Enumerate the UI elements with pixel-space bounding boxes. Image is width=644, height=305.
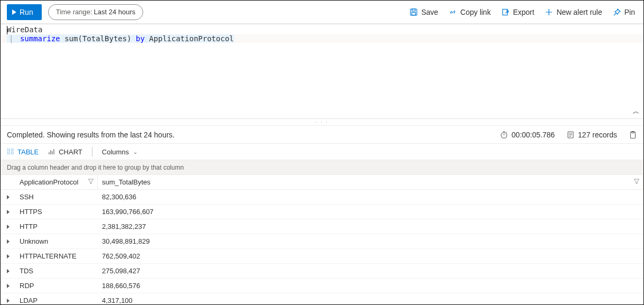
query-editor-wrap: WireData | summarize sum(TotalBytes) by … [1,24,643,119]
header-col-sum-total-bytes[interactable]: sum_TotalBytes [98,175,643,189]
chart-icon [48,148,55,155]
chevron-down-icon: ⌄ [133,149,137,155]
columns-label: Columns [102,148,129,156]
header-col-application-protocol[interactable]: ApplicationProtocol [15,175,98,189]
tab-chart-label: CHART [59,148,82,156]
table-row[interactable]: LDAP4,317,100 [1,293,643,304]
table-icon [7,148,14,155]
cell-sum-total-bytes: 762,509,402 [98,252,643,260]
export-button[interactable]: Export [499,8,536,16]
expand-row-icon[interactable] [1,210,15,214]
svg-rect-2 [412,12,416,15]
run-label: Run [20,8,33,16]
cell-sum-total-bytes: 30,498,891,829 [98,237,643,245]
keyword-by: by [136,34,145,43]
run-button[interactable]: Run [7,4,42,20]
cell-sum-total-bytes: 2,381,382,237 [98,223,643,230]
header-expand [1,175,15,189]
new-alert-button[interactable]: New alert rule [543,8,604,16]
pin-icon [613,8,621,16]
save-label: Save [421,8,438,16]
gutter [1,25,7,34]
cell-application-protocol: HTTPALTERNATE [15,252,98,260]
splitter-handle[interactable]: · · · [1,119,643,125]
status-bar: Completed. Showing results from the last… [1,125,643,143]
pin-label: Pin [624,8,635,16]
time-range-picker[interactable]: Time range: Last 24 hours [48,4,144,20]
expand-row-icon[interactable] [1,254,15,258]
copy-link-button[interactable]: Copy link [446,8,493,16]
expand-row-icon[interactable] [1,225,15,229]
gutter [1,34,7,43]
result-tabs: TABLE CHART Columns ⌄ [1,143,643,160]
duration-group: 00:00:05.786 [500,131,555,139]
toolbar: Run Time range: Last 24 hours Save Copy … [1,1,643,24]
time-range-value: Last 24 hours [94,8,136,16]
status-text: Completed. Showing results from the last… [7,131,175,139]
columns-picker[interactable]: Columns ⌄ [102,148,137,156]
header-label: ApplicationProtocol [20,178,78,186]
expand-row-icon[interactable] [1,269,15,273]
link-icon [449,8,457,16]
export-label: Export [513,8,534,16]
export-icon [501,8,510,16]
cell-application-protocol: SSH [15,193,98,201]
tab-chart[interactable]: CHART [48,148,82,156]
cell-sum-total-bytes: 4,317,100 [98,297,643,304]
results-grid: ApplicationProtocol sum_TotalBytes SSH82… [1,175,643,304]
save-button[interactable]: Save [407,8,440,16]
cell-sum-total-bytes: 163,990,766,607 [98,208,643,216]
editor-line-1: WireData [1,25,643,34]
cell-sum-total-bytes: 188,660,576 [98,282,643,290]
table-row[interactable]: HTTPALTERNATE762,509,402 [1,249,643,264]
save-icon [409,8,418,16]
time-range-label: Time range: [56,8,92,16]
grid-header: ApplicationProtocol sum_TotalBytes [1,175,643,190]
grid-body: SSH82,300,636HTTPS163,990,766,607HTTP2,3… [1,190,643,304]
svg-rect-1 [412,9,415,11]
table-row[interactable]: TDS275,098,427 [1,264,643,279]
fn-sum: sum(TotalBytes) [64,34,131,43]
table-row[interactable]: RDP188,660,576 [1,279,643,293]
duration-value: 00:00:05.786 [511,131,555,139]
code-token: WireData [7,25,42,34]
cell-application-protocol: HTTP [15,223,98,230]
play-icon [12,10,16,15]
copy-link-label: Copy link [460,8,491,16]
divider [92,147,92,156]
editor-line-2: | summarize sum(TotalBytes) by Applicati… [1,34,643,43]
cell-sum-total-bytes: 82,300,636 [98,193,643,201]
records-value: 127 records [578,131,617,139]
tab-table-label: TABLE [17,148,39,156]
pipe-token: | [7,34,15,43]
cell-application-protocol: HTTPS [15,208,98,216]
expand-row-icon[interactable] [1,284,15,288]
query-editor[interactable]: WireData | summarize sum(TotalBytes) by … [1,24,643,119]
keyword-summarize: summarize [20,34,60,43]
collapse-editor-icon[interactable]: ︽ [633,107,639,116]
tab-table[interactable]: TABLE [7,148,39,156]
status-right: 00:00:05.786 127 records [500,131,637,139]
stopwatch-icon [500,131,508,139]
group-by-bar[interactable]: Drag a column header and drop it here to… [1,160,643,175]
cell-application-protocol: RDP [15,282,98,290]
pin-button[interactable]: Pin [611,8,637,16]
clipboard-icon[interactable] [629,131,637,139]
table-row[interactable]: HTTP2,381,382,237 [1,219,643,234]
expand-row-icon[interactable] [1,239,15,244]
filter-icon[interactable] [88,178,94,186]
expand-row-icon[interactable] [1,299,15,303]
records-icon [566,131,575,139]
header-label: sum_TotalBytes [102,178,151,186]
table-row[interactable]: HTTPS163,990,766,607 [1,205,643,219]
cell-application-protocol: Unknown [15,237,98,245]
cell-sum-total-bytes: 275,098,427 [98,267,643,275]
identifier: ApplicationProtocol [149,34,234,43]
filter-icon[interactable] [633,178,640,186]
records-group: 127 records [566,131,617,139]
table-row[interactable]: SSH82,300,636 [1,190,643,205]
expand-row-icon[interactable] [1,195,15,199]
cell-application-protocol: TDS [15,267,98,275]
new-alert-label: New alert rule [556,8,602,16]
table-row[interactable]: Unknown30,498,891,829 [1,234,643,249]
